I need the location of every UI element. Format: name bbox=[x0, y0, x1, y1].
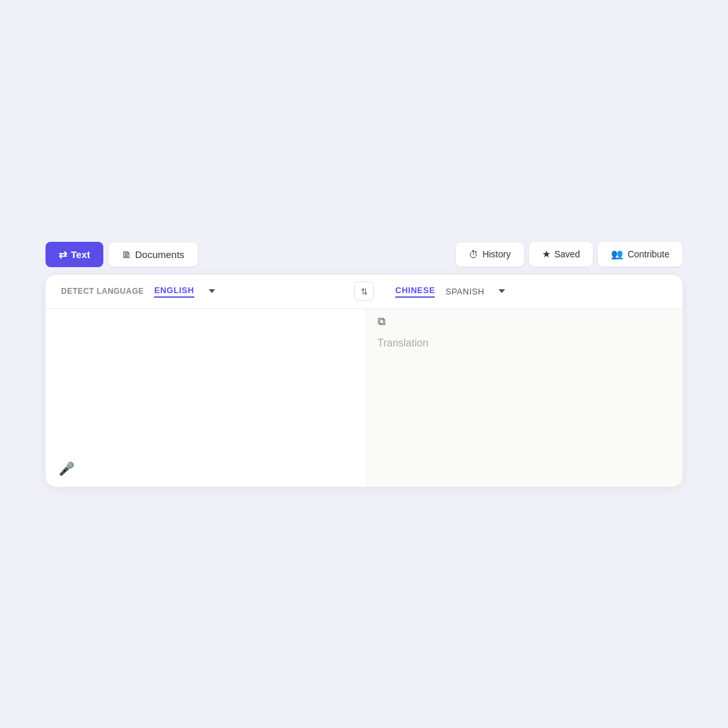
target-lang-dropdown[interactable] bbox=[495, 289, 508, 293]
language-bar: DETECT LANGUAGE ENGLISH ⇄ CHINESE SPANIS… bbox=[46, 275, 682, 309]
toolbar-left: ⇄ Text 🗎 Documents bbox=[46, 242, 198, 267]
target-lang-selector: CHINESE SPANISH bbox=[380, 275, 682, 308]
chevron-down-icon bbox=[499, 289, 505, 293]
source-lang-dropdown[interactable] bbox=[205, 289, 218, 293]
history-button[interactable]: ⏱ History bbox=[456, 242, 524, 266]
detect-language-button[interactable]: DETECT LANGUAGE bbox=[61, 287, 144, 296]
text-areas: 🎤 ⧉ Translation bbox=[46, 309, 682, 487]
target-lang-chinese[interactable]: CHINESE bbox=[395, 285, 435, 298]
history-label: History bbox=[482, 249, 511, 259]
main-card: ⇄ Text 🗎 Documents ⏱ History ★ Saved bbox=[46, 242, 682, 487]
translate-icon: ⇄ bbox=[58, 248, 67, 261]
swap-wrapper: ⇄ bbox=[348, 281, 380, 301]
swap-languages-button[interactable]: ⇄ bbox=[354, 281, 374, 301]
mic-icon: 🎤 bbox=[58, 461, 75, 476]
microphone-button[interactable]: 🎤 bbox=[58, 461, 75, 476]
translation-panel: DETECT LANGUAGE ENGLISH ⇄ CHINESE SPANIS… bbox=[46, 275, 682, 487]
source-text-area: 🎤 bbox=[46, 309, 367, 487]
copy-translation-button[interactable]: ⧉ bbox=[378, 315, 385, 328]
toolbar-right: ⏱ History ★ Saved 👥 Contribute bbox=[456, 242, 682, 266]
translation-output-area: ⧉ Translation bbox=[367, 309, 683, 487]
app-container: ⇄ Text 🗎 Documents ⏱ History ★ Saved bbox=[26, 52, 702, 676]
source-lang-selector: DETECT LANGUAGE ENGLISH bbox=[46, 275, 348, 308]
chevron-down-icon bbox=[209, 289, 215, 293]
contribute-label: Contribute bbox=[627, 249, 670, 259]
source-text-input[interactable] bbox=[61, 322, 351, 452]
source-lang-english[interactable]: ENGLISH bbox=[154, 285, 194, 298]
translation-output-text: Translation bbox=[378, 337, 668, 349]
saved-label: Saved bbox=[554, 249, 580, 259]
swap-icon: ⇄ bbox=[359, 288, 369, 295]
contribute-button[interactable]: 👥 Contribute bbox=[598, 242, 682, 266]
copy-icon: ⧉ bbox=[378, 315, 385, 328]
history-icon: ⏱ bbox=[469, 249, 478, 260]
target-lang-spanish[interactable]: SPANISH bbox=[445, 287, 484, 296]
toolbar: ⇄ Text 🗎 Documents ⏱ History ★ Saved bbox=[46, 242, 682, 267]
text-tab-button[interactable]: ⇄ Text bbox=[46, 242, 103, 267]
text-tab-label: Text bbox=[71, 249, 90, 260]
document-icon: 🗎 bbox=[122, 249, 131, 260]
saved-button[interactable]: ★ Saved bbox=[529, 242, 593, 266]
documents-tab-button[interactable]: 🗎 Documents bbox=[109, 242, 198, 266]
star-icon: ★ bbox=[542, 248, 551, 260]
documents-tab-label: Documents bbox=[135, 249, 185, 260]
people-icon: 👥 bbox=[611, 248, 623, 260]
